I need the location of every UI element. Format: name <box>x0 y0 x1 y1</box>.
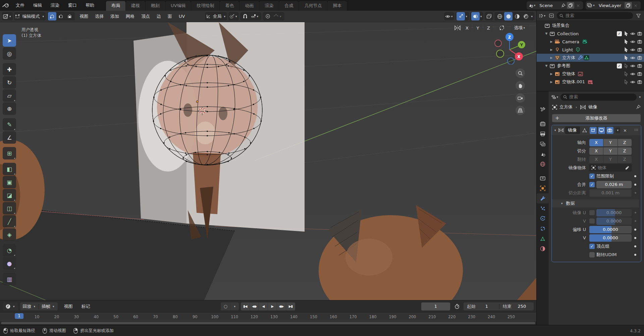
bisect-buttons-y[interactable]: Y <box>603 147 617 155</box>
timeline-dropdown-回放[interactable]: 回放▾ <box>20 303 39 309</box>
uv-row-2-keyframe-dot[interactable] <box>632 229 639 231</box>
timeline-dropdown-插帧[interactable]: 插帧▾ <box>39 303 58 309</box>
show-gizmo-toggle[interactable] <box>457 12 465 20</box>
outliner-row-Light[interactable]: ▶Light <box>537 46 644 54</box>
selectability-icon[interactable] <box>624 80 628 84</box>
outliner-editor-dropdown[interactable]: ▾ <box>539 12 546 19</box>
render-visibility-icon[interactable] <box>637 80 642 84</box>
toggle-perspective-grid-icon[interactable] <box>516 106 525 115</box>
outliner-row-Camera[interactable]: ▶Camera <box>537 38 644 46</box>
properties-tab-output[interactable] <box>537 129 549 139</box>
eye-icon[interactable] <box>630 56 635 60</box>
mirror-y-button[interactable]: Y <box>473 24 482 32</box>
remove-viewlayer-button[interactable]: × <box>632 2 639 9</box>
show-overlays-toggle[interactable] <box>471 12 480 20</box>
modifier-realtime-toggle[interactable] <box>598 127 605 134</box>
current-frame-field[interactable]: 1 <box>421 302 450 310</box>
properties-search-input[interactable]: 搜索 <box>560 94 637 101</box>
shading-wireframe-button[interactable] <box>495 12 504 20</box>
workspace-tab-动画[interactable]: 动画 <box>239 1 259 11</box>
snap-toggle-magnet-icon[interactable] <box>241 12 250 20</box>
blender-logo-icon[interactable] <box>0 3 11 8</box>
outliner-item-label[interactable]: 参考图 <box>555 63 570 69</box>
shading-solid-button[interactable] <box>504 12 513 20</box>
viewport-menu-视图[interactable]: 视图 <box>76 11 92 22</box>
uv-row-0-keyframe-dot[interactable] <box>632 212 639 213</box>
auto-keyframe-toggle[interactable]: ○ <box>221 302 231 310</box>
outliner-row-立方体[interactable]: ▶立方体 <box>537 54 644 62</box>
expander-icon[interactable]: ▶ <box>549 48 554 51</box>
uv-row-3-keyframe-dot[interactable] <box>632 237 639 239</box>
proportional-falloff-dropdown[interactable]: ▾ <box>272 12 283 20</box>
expand-caret[interactable]: ▾ <box>554 129 556 132</box>
tool-edge-slide[interactable]: ▥ <box>3 273 16 285</box>
select-mode-edge-button[interactable] <box>57 12 65 20</box>
properties-tab-material[interactable] <box>537 244 549 254</box>
uv-slider-3[interactable]: 0.0000 <box>589 234 632 242</box>
clipping-checkbox[interactable]: ✓ <box>589 174 595 179</box>
properties-tab-modifiers[interactable] <box>537 193 549 203</box>
outliner-search-input[interactable]: 搜索 <box>557 12 633 19</box>
render-visibility-icon[interactable] <box>637 64 642 68</box>
selectability-icon[interactable] <box>624 47 628 52</box>
outliner-row-参考图[interactable]: ▼参考图✓ <box>537 62 644 70</box>
axis-buttons-z[interactable]: Z <box>618 139 632 146</box>
bisect-buttons-x[interactable]: X <box>589 147 603 155</box>
eye-icon[interactable] <box>630 32 635 36</box>
expander-icon[interactable]: ▼ <box>544 64 549 67</box>
expander-icon[interactable]: ▶ <box>549 40 554 43</box>
end-frame-value[interactable]: 250 <box>515 304 534 309</box>
timeline-ruler[interactable]: 1 10203040506070809010011012013014015016… <box>0 312 536 322</box>
tool-measure[interactable]: ∠ <box>3 131 16 144</box>
shading-material-button[interactable] <box>513 12 521 20</box>
play-button[interactable]: ▶ <box>268 302 277 310</box>
viewport-menu-面[interactable]: 面 <box>164 11 175 22</box>
tool-tweak-select[interactable]: ➤ <box>3 34 16 47</box>
pivot-point-dropdown[interactable]: ▾ <box>228 12 239 20</box>
breadcrumb-object[interactable]: 立方体 <box>559 104 573 110</box>
stopwatch-icon[interactable] <box>452 302 462 310</box>
properties-tab-physics[interactable] <box>537 213 549 224</box>
timeline-scrollbar[interactable] <box>0 322 536 325</box>
scene-selector[interactable]: ▾ Scene × <box>527 1 583 9</box>
select-mode-face-button[interactable] <box>65 12 74 20</box>
new-viewlayer-copy-button[interactable] <box>625 2 632 9</box>
outliner-item-label[interactable]: Collection <box>555 31 579 36</box>
render-visibility-icon[interactable] <box>637 32 642 36</box>
snap-target-dropdown[interactable]: ▾ <box>250 12 261 20</box>
clipping-keyframe-dot[interactable] <box>632 175 639 177</box>
merge-threshold-field[interactable]: 0.026 m <box>596 181 632 188</box>
tool-cursor[interactable]: ◎ <box>3 47 16 60</box>
delete-scene-button[interactable]: × <box>574 2 582 9</box>
tool-transform[interactable]: ⊕ <box>3 102 16 115</box>
play-reverse-button[interactable]: ◀ <box>259 302 268 310</box>
properties-tab-view-layer[interactable] <box>537 139 549 149</box>
render-visibility-icon[interactable] <box>637 48 642 52</box>
editor-type-dropdown[interactable]: ▾ <box>2 12 13 20</box>
vertex-groups-keyframe-dot[interactable] <box>632 245 639 247</box>
new-scene-copy-button[interactable] <box>567 2 574 9</box>
snap-dashed-circle-icon[interactable] <box>496 24 507 32</box>
tool-rotate[interactable]: ↻ <box>3 76 16 89</box>
viewlayer-name[interactable]: ViewLayer <box>595 3 625 8</box>
topbar-menu-渲染[interactable]: 渲染 <box>46 3 64 8</box>
properties-tab-scene[interactable] <box>537 149 549 159</box>
properties-tab-tool[interactable] <box>537 105 549 115</box>
properties-tab-collection[interactable] <box>537 173 549 183</box>
outliner-display-mode-icon[interactable] <box>548 12 555 19</box>
3d-viewport[interactable]: 用户透视 (1) 立方体 X Y Z 选项▾ ➤◎✚↻▱⊕✎∠⊞◧▣◪◫╱◈◔●… <box>0 22 536 300</box>
tool-loop-cut[interactable]: ◫ <box>3 202 16 214</box>
workspace-tab-渲染[interactable]: 渲染 <box>259 1 279 11</box>
uv-enable-checkbox[interactable] <box>589 219 595 224</box>
mirror-z-button[interactable]: Z <box>484 24 493 32</box>
uv-enable-checkbox[interactable] <box>589 210 595 215</box>
outliner-row-场景集合[interactable]: 场景集合 <box>537 21 644 30</box>
breadcrumb-modifier[interactable]: 镜像 <box>588 104 597 110</box>
bisect-distance-keyframe-dot[interactable] <box>632 192 639 194</box>
timeline-menu-标记[interactable]: 标记 <box>77 301 95 312</box>
collection-checkbox[interactable]: ✓ <box>617 63 622 68</box>
selectability-icon[interactable] <box>624 63 628 68</box>
flip-udim-keyframe-dot[interactable] <box>632 254 639 256</box>
xray-toggle[interactable] <box>485 12 493 20</box>
properties-tab-object-data[interactable] <box>537 234 549 244</box>
